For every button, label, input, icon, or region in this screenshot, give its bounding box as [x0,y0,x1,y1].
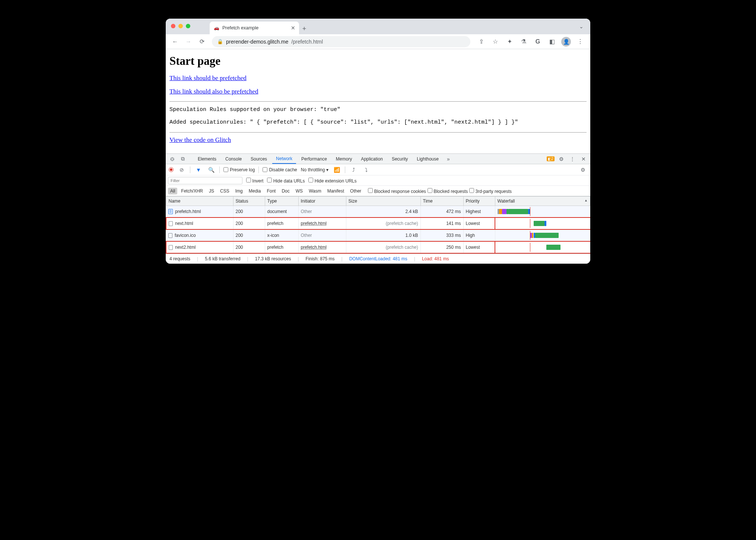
col-initiator[interactable]: Initiator [298,197,346,206]
filter-icon[interactable]: ▼ [194,167,203,173]
status-load: Load: 481 ms [422,256,449,261]
table-row[interactable]: next.html200prefetchprefetch.html(prefet… [166,217,590,229]
bookmark-icon[interactable]: ☆ [489,36,502,47]
blocked-requests-checkbox[interactable]: Blocked requests [428,188,468,194]
google-icon[interactable]: G [531,36,544,47]
type-filter-ws[interactable]: WS [293,188,305,194]
link-prefetched-2[interactable]: This link should also be prefetched [169,88,258,95]
devtools-tab-network[interactable]: Network [272,154,296,164]
third-party-checkbox[interactable]: 3rd-party requests [469,188,512,194]
devtools-tab-sources[interactable]: Sources [247,154,271,164]
search-icon[interactable]: 🔍 [207,167,216,173]
type-filter-media[interactable]: Media [247,188,263,194]
col-type[interactable]: Type [265,197,298,206]
cell-type: document [265,206,298,218]
cell-type: x-icon [265,229,298,241]
clear-button[interactable]: ⊘ [177,167,186,173]
type-filter-all[interactable]: All [168,188,177,194]
table-row[interactable]: prefetch.html200documentOther2.4 kB472 m… [166,206,590,218]
reload-button[interactable]: ⟳ [196,36,207,47]
link-glitch[interactable]: View the code on Glitch [169,136,231,143]
devtools-tab-security[interactable]: Security [388,154,412,164]
cell-time: 472 ms [420,206,463,218]
cell-initiator: Other [298,229,346,241]
address-bar[interactable]: 🔒 prerender-demos.glitch.me/prefetch.htm… [212,36,470,47]
more-icon[interactable]: ⋮ [568,156,577,162]
profile-avatar[interactable]: 👤 [560,36,572,47]
new-tab-button[interactable]: + [299,25,309,34]
status-dcl: DOMContentLoaded: 481 ms [349,256,407,261]
forward-button[interactable]: → [183,36,194,47]
traffic-lights [171,24,190,28]
lock-icon: 🔒 [217,39,223,44]
table-row[interactable]: next2.html200prefetchprefetch.html(prefe… [166,241,590,253]
toolbar-icons: ⇪ ☆ ✦ ⚗ G ◧ 👤 ⋮ [475,36,587,47]
hide-data-urls-checkbox[interactable]: Hide data URLs [267,178,305,184]
share-icon[interactable]: ⇪ [475,36,487,47]
minimize-window[interactable] [178,24,183,28]
browser-tab[interactable]: 🚗 Prefetch example ✕ [210,22,299,34]
url-path: /prefetch.html [291,39,323,45]
cell-waterfall [495,241,590,253]
hide-extension-urls-checkbox[interactable]: Hide extension URLs [308,178,356,184]
devtools-tab-lighthouse[interactable]: Lighthouse [413,154,442,164]
download-icon[interactable]: ⤵ [362,167,371,173]
menu-icon[interactable]: ⋮ [574,36,587,47]
blocked-cookies-checkbox[interactable]: Blocked response cookies [368,188,426,194]
close-window[interactable] [171,24,175,28]
extensions-icon[interactable]: ✦ [503,36,516,47]
type-filter-fetch-xhr[interactable]: Fetch/XHR [179,188,205,194]
tab-dropdown-icon[interactable]: ⌄ [579,23,584,29]
type-filter-manifest[interactable]: Manifest [325,188,346,194]
maximize-window[interactable] [186,24,190,28]
device-icon[interactable]: ⧉ [178,156,187,162]
type-filter-other[interactable]: Other [348,188,363,194]
devtools-tab-performance[interactable]: Performance [298,154,331,164]
url-host: prerender-demos.glitch.me [226,39,288,45]
cell-waterfall [495,229,590,241]
wifi-icon[interactable]: 📶 [332,167,341,173]
devtools-tab-elements[interactable]: Elements [194,154,220,164]
devtools-tabs: ⯐ ⧉ ElementsConsoleSourcesNetworkPerform… [166,154,590,164]
throttling-select[interactable]: No throttling ▾ [301,167,329,172]
invert-checkbox[interactable]: Invert [246,178,263,184]
divider [169,101,587,102]
disable-cache-checkbox[interactable]: Disable cache [263,167,297,172]
col-waterfall[interactable]: Waterfall▲ [495,197,590,206]
col-priority[interactable]: Priority [463,197,495,206]
type-filter-img[interactable]: Img [233,188,245,194]
sidepanel-icon[interactable]: ◧ [546,36,558,47]
labs-icon[interactable]: ⚗ [517,36,530,47]
col-time[interactable]: Time [420,197,463,206]
inspect-icon[interactable]: ⯐ [168,156,177,162]
table-row[interactable]: favicon.ico200x-iconOther1.0 kB333 msHig… [166,229,590,241]
type-filter-doc[interactable]: Doc [279,188,292,194]
col-name[interactable]: Name [166,197,233,206]
back-button[interactable]: ← [169,36,181,47]
close-devtools-icon[interactable]: ✕ [579,156,588,162]
warnings-badge[interactable]: ◧ 2 [547,156,555,161]
preserve-log-checkbox[interactable]: Preserve log [223,167,255,172]
settings-icon[interactable]: ⚙ [557,156,566,162]
filter-input[interactable] [168,177,242,184]
close-tab-icon[interactable]: ✕ [291,25,295,31]
record-button[interactable] [169,167,174,172]
col-size[interactable]: Size [346,197,420,206]
type-filter-wasm[interactable]: Wasm [306,188,324,194]
col-status[interactable]: Status [233,197,265,206]
network-table: Name Status Type Initiator Size Time Pri… [166,196,590,254]
link-prefetched-1[interactable]: This link should be prefetched [169,74,247,82]
type-filter-font[interactable]: Font [264,188,278,194]
url-bar: ← → ⟳ 🔒 prerender-demos.glitch.me/prefet… [166,34,590,49]
devtools-tab-memory[interactable]: Memory [332,154,356,164]
more-tabs-icon[interactable]: » [444,156,453,162]
devtools-panel: ⯐ ⧉ ElementsConsoleSourcesNetworkPerform… [166,153,590,264]
network-settings-icon[interactable]: ⚙ [578,167,587,173]
devtools-tab-application[interactable]: Application [357,154,387,164]
upload-icon[interactable]: ⤴ [349,167,358,173]
devtools-tab-console[interactable]: Console [222,154,245,164]
type-filter-css[interactable]: CSS [218,188,232,194]
speculation-rules-text: Added speculationrules: " { "prefetch": … [169,118,587,127]
cell-size: (prefetch cache) [346,241,420,253]
type-filter-js[interactable]: JS [207,188,216,194]
